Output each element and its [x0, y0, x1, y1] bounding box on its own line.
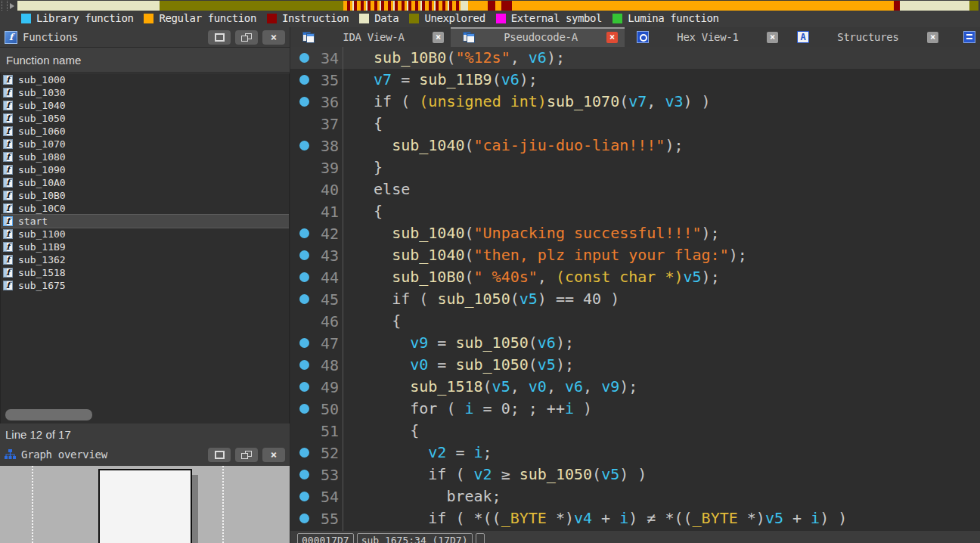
pseudocode-line[interactable]: 50for ( i = 0; ; ++i ) — [290, 398, 980, 420]
pseudocode-line[interactable]: 34sub_10B0("%12s", v6); — [290, 47, 980, 69]
line-mark-icon[interactable] — [299, 338, 309, 348]
tab-close-button[interactable]: × — [767, 32, 778, 43]
pseudocode-line[interactable]: 39} — [290, 157, 980, 178]
function-list-item[interactable]: fsub_10B0 — [1, 189, 289, 202]
line-number: 36 — [309, 93, 339, 111]
navigation-band[interactable] — [0, 0, 980, 11]
pseudocode-line[interactable]: 35v7 = sub_11B9(v6); — [290, 69, 980, 91]
line-mark-icon[interactable] — [299, 382, 309, 392]
tab-hex-view-1[interactable]: Hex View-1× — [625, 27, 785, 47]
line-mark-icon[interactable] — [299, 514, 309, 523]
line-mark-icon[interactable] — [299, 228, 309, 238]
navband-segment[interactable] — [495, 1, 501, 11]
line-mark-icon[interactable] — [299, 492, 309, 501]
function-list-item[interactable]: fsub_1000 — [1, 73, 289, 86]
function-list-item[interactable]: fsub_1080 — [1, 150, 289, 163]
line-mark-icon[interactable] — [299, 404, 309, 414]
function-list-item[interactable]: fsub_1090 — [1, 163, 289, 176]
line-mark-icon[interactable] — [299, 97, 309, 107]
line-mark-icon[interactable] — [299, 272, 309, 282]
function-list-item[interactable]: fsub_1060 — [1, 125, 289, 138]
tab-close-button[interactable]: × — [927, 32, 938, 43]
function-list-item[interactable]: fsub_1362 — [1, 253, 289, 266]
navband-segment[interactable] — [468, 1, 488, 11]
column-header-function-name[interactable]: Function name — [0, 47, 290, 73]
pseudocode-line[interactable]: 38sub_1040("cai-jiu-duo-lian!!!"); — [290, 135, 980, 157]
function-list-item[interactable]: fsub_1040 — [1, 99, 289, 112]
function-name: sub_1090 — [18, 164, 66, 175]
pseudocode-line[interactable]: 55if ( *((_BYTE *)v4 + i) ≠ *((_BYTE *)v… — [290, 507, 980, 529]
float-button[interactable] — [235, 448, 258, 462]
navband-segment[interactable] — [900, 1, 969, 11]
pseudocode-line[interactable]: 37{ — [290, 113, 980, 135]
pseudocode-line[interactable]: 45if ( sub_1050(v5) == 40 ) — [290, 288, 980, 310]
function-list-item[interactable]: fsub_1030 — [1, 86, 289, 99]
navband-segment[interactable] — [160, 1, 343, 11]
navband-segments[interactable] — [17, 1, 980, 11]
pseudocode-line[interactable]: 52v2 = i; — [290, 442, 980, 464]
function-list-item[interactable]: fsub_11B9 — [1, 240, 289, 253]
navband-segment[interactable] — [17, 1, 160, 11]
function-list-item[interactable]: fsub_1518 — [1, 266, 289, 279]
pseudocode-line[interactable]: 42sub_1040("Unpacking successful!!!"); — [290, 222, 980, 244]
function-list-item[interactable]: fsub_1100 — [1, 228, 289, 240]
legend-label: Regular function — [159, 12, 256, 24]
function-list-item[interactable]: fstart — [1, 215, 289, 228]
function-name: sub_10C0 — [18, 203, 66, 214]
pseudocode-line[interactable]: 53if ( v2 ≥ sub_1050(v5) ) — [290, 464, 980, 486]
close-button[interactable]: × — [262, 30, 285, 45]
tab-close-button[interactable]: × — [606, 32, 618, 43]
line-mark-icon[interactable] — [299, 448, 309, 458]
close-button[interactable]: × — [262, 448, 285, 462]
line-mark-icon[interactable] — [299, 141, 309, 150]
function-list-item[interactable]: fsub_1050 — [1, 112, 289, 125]
function-list-item[interactable]: fsub_10A0 — [1, 176, 289, 189]
line-mark-icon[interactable] — [299, 250, 309, 260]
workspace: IDA View-A×Pseudocode-A×Hex View-1×AStru… — [290, 27, 980, 543]
function-list-item[interactable]: fsub_10C0 — [1, 202, 289, 215]
maximize-button[interactable] — [208, 30, 231, 45]
pseudocode-view[interactable]: 34sub_10B0("%12s", v6);35v7 = sub_11B9(v… — [290, 47, 980, 531]
window-list-icon[interactable] — [963, 31, 975, 43]
pseudocode-line[interactable]: 46{ — [290, 310, 980, 332]
function-list-item[interactable]: fsub_1675 — [1, 279, 289, 292]
tab-ida-view-a[interactable]: IDA View-A× — [290, 27, 451, 47]
tab-structures[interactable]: AStructures× — [785, 27, 945, 47]
pseudocode-line[interactable]: 54break; — [290, 486, 980, 507]
navband-segment[interactable] — [488, 1, 495, 11]
navband-segment[interactable] — [512, 1, 894, 11]
line-mark-icon[interactable] — [299, 75, 309, 85]
navband-arrow-icon[interactable] — [10, 3, 14, 9]
navband-segment[interactable] — [343, 1, 461, 11]
pseudocode-line[interactable]: 44sub_10B0(" %40s", (const char *)v5); — [290, 266, 980, 288]
pseudocode-line[interactable]: 40else — [290, 178, 980, 200]
tab-close-button[interactable]: × — [433, 32, 444, 43]
navband-segment[interactable] — [894, 1, 900, 11]
legend-label: Unexplored — [424, 12, 485, 24]
functions-hscrollbar[interactable] — [0, 406, 290, 424]
scrollbar-thumb[interactable] — [5, 409, 92, 420]
navband-segment[interactable] — [461, 1, 468, 11]
navband-segment[interactable] — [501, 1, 512, 11]
pseudocode-line[interactable]: 36if ( (unsigned int)sub_1070(v7, v3) ) — [290, 91, 980, 113]
pseudocode-line[interactable]: 51{ — [290, 420, 980, 442]
pseudocode-line[interactable]: 41{ — [290, 200, 980, 222]
line-mark-icon[interactable] — [299, 360, 309, 370]
function-name: sub_1060 — [18, 126, 66, 137]
graph-overview-canvas[interactable] — [0, 466, 290, 543]
function-list: fsub_1000fsub_1030fsub_1040fsub_1050fsub… — [0, 73, 290, 406]
line-mark-icon[interactable] — [299, 294, 309, 304]
navband-segment[interactable] — [969, 1, 978, 11]
function-list-item[interactable]: fsub_1070 — [1, 138, 289, 150]
pseudocode-line[interactable]: 43sub_1040("then, plz input your flag:")… — [290, 244, 980, 266]
pseudocode-line[interactable]: 47v9 = sub_1050(v6); — [290, 332, 980, 354]
graph-viewport-rect[interactable] — [98, 469, 192, 543]
float-button[interactable] — [235, 30, 258, 45]
line-mark-icon[interactable] — [299, 53, 309, 63]
pseudocode-line[interactable]: 49sub_1518(v5, v0, v6, v9); — [290, 376, 980, 398]
line-mark-icon[interactable] — [299, 470, 309, 479]
maximize-button[interactable] — [208, 448, 231, 462]
pseudocode-line[interactable]: 48v0 = sub_1050(v5); — [290, 354, 980, 376]
tab-pseudocode-a[interactable]: Pseudocode-A× — [451, 27, 625, 47]
toolbar-drag-handle[interactable] — [2, 1, 8, 11]
